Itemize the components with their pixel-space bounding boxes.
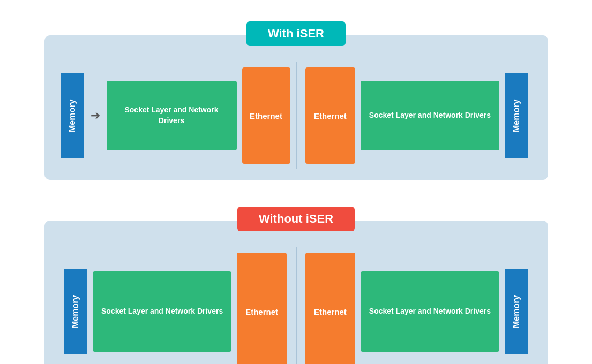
no-iser-right-ethernet: Ethernet [305, 253, 355, 364]
no-iser-diagram-body: Memory Socket Layer and Network Drivers … [44, 221, 548, 364]
iser-left-memory: Memory [61, 73, 84, 158]
iser-right-memory: Memory [505, 73, 528, 158]
iser-right-socket: Socket Layer and Network Drivers [361, 81, 499, 150]
no-iser-left-ethernet: Ethernet [237, 253, 287, 364]
no-iser-section: Without iSER Memory Socket Layer and Net… [44, 196, 548, 364]
no-iser-right-half: Ethernet Socket Layer and Network Driver… [297, 247, 537, 364]
iser-diagram-body: Memory ➔ Socket Layer and Network Driver… [44, 35, 548, 180]
no-iser-right-memory: Memory [505, 269, 528, 354]
iser-left-ethernet: Ethernet [242, 67, 290, 164]
iser-right-ethernet: Ethernet [305, 67, 355, 164]
no-iser-left-half: Memory Socket Layer and Network Drivers … [55, 247, 297, 364]
iser-section: With iSER Memory ➔ Socket Layer and Netw… [44, 11, 548, 180]
iser-left-arrow: ➔ [91, 109, 100, 123]
no-iser-left-socket: Socket Layer and Network Drivers [93, 271, 231, 352]
no-iser-left-memory: Memory [64, 269, 87, 354]
iser-left-half: Memory ➔ Socket Layer and Network Driver… [55, 62, 297, 169]
no-iser-right-socket: Socket Layer and Network Drivers [361, 271, 499, 352]
iser-title: With iSER [246, 21, 346, 46]
no-iser-title: Without iSER [237, 207, 355, 231]
iser-right-half: Ethernet Socket Layer and Network Driver… [297, 62, 537, 169]
iser-left-socket: Socket Layer and Network Drivers [107, 81, 237, 150]
